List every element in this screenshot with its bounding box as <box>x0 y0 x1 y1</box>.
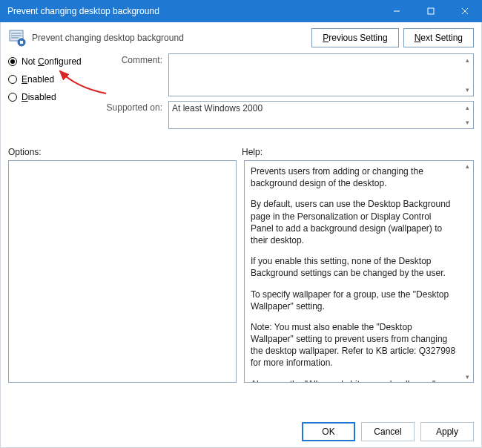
supported-on-label: Supported on: <box>105 101 168 114</box>
help-text: Prevents users from adding or changing t… <box>245 161 462 382</box>
radio-enabled[interactable]: Enabled <box>8 74 105 85</box>
help-label: Help: <box>242 147 474 157</box>
help-paragraph: Prevents users from adding or changing t… <box>251 165 456 189</box>
header-row: Prevent changing desktop background Prev… <box>1 22 481 53</box>
options-box <box>8 160 237 383</box>
radio-icon <box>8 75 17 84</box>
help-paragraph: To specify wallpaper for a group, use th… <box>251 289 456 312</box>
scroll-up-icon[interactable]: ▴ <box>462 102 472 113</box>
radio-label: Not Configured <box>22 56 82 67</box>
help-box: Prevents users from adding or changing t… <box>244 160 474 383</box>
policy-title: Prevent changing desktop background <box>32 33 307 43</box>
scroll-down-icon[interactable]: ▾ <box>462 117 472 128</box>
help-paragraph: By default, users can use the Desktop Ba… <box>251 198 456 246</box>
cancel-button[interactable]: Cancel <box>361 422 415 441</box>
help-scrollbar[interactable]: ▴ ▾ <box>462 161 473 382</box>
scroll-down-icon[interactable]: ▾ <box>466 373 469 381</box>
radio-label: Enabled <box>22 74 54 85</box>
comment-input[interactable]: ▴ ▾ <box>168 53 474 96</box>
radio-not-configured[interactable]: Not Configured <box>8 56 105 67</box>
scroll-up-icon[interactable]: ▴ <box>466 162 469 170</box>
window-title: Prevent changing desktop background <box>7 6 380 16</box>
help-paragraph: If you enable this setting, none of the … <box>251 255 456 279</box>
state-radios: Not Configured Enabled Disabled <box>8 53 105 134</box>
svg-rect-9 <box>20 41 23 44</box>
next-setting-button[interactable]: Next Setting <box>403 28 474 47</box>
svg-rect-1 <box>428 8 434 14</box>
apply-button[interactable]: Apply <box>420 422 474 441</box>
radio-icon <box>8 57 17 66</box>
supported-on-text: At least Windows 2000 <box>172 103 263 113</box>
supported-on-value: At least Windows 2000 ▴ ▾ <box>168 101 474 129</box>
scroll-up-icon[interactable]: ▴ <box>462 55 472 65</box>
previous-setting-button[interactable]: Previous Setting <box>311 28 398 47</box>
ok-button[interactable]: OK <box>302 422 355 441</box>
maximize-button[interactable] <box>414 0 448 22</box>
radio-disabled[interactable]: Disabled <box>8 92 105 102</box>
policy-icon <box>8 29 26 47</box>
close-button[interactable] <box>448 0 482 22</box>
minimize-button[interactable] <box>380 0 414 22</box>
radio-icon <box>8 93 17 102</box>
title-bar: Prevent changing desktop background <box>0 0 482 22</box>
help-paragraph: Note: You must also enable the "Desktop … <box>251 321 456 369</box>
options-label: Options: <box>8 147 242 157</box>
scroll-down-icon[interactable]: ▾ <box>462 85 472 95</box>
comment-label: Comment: <box>105 53 168 67</box>
radio-label: Disabled <box>22 92 56 102</box>
help-paragraph: Also, see the "Allow only bitmapped wall… <box>251 378 456 382</box>
